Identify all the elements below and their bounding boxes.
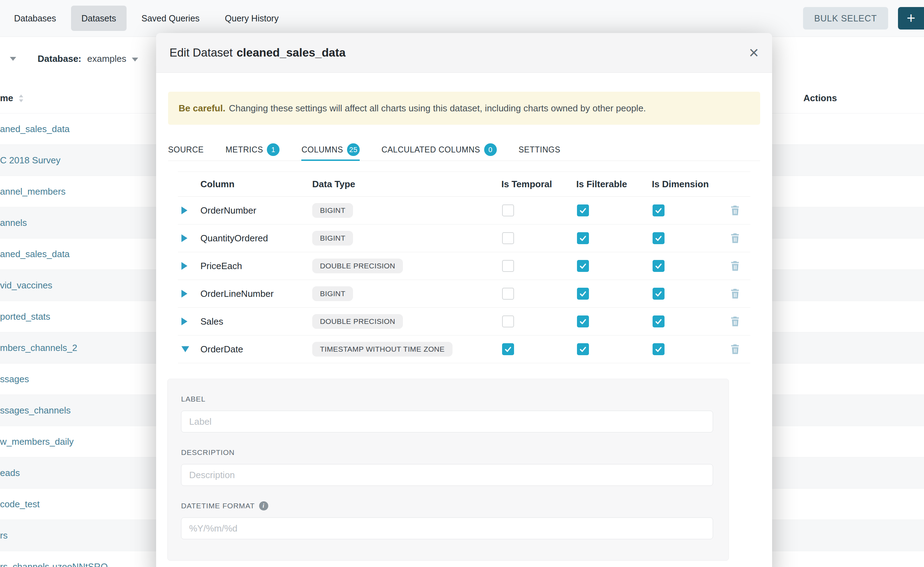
tab-metrics[interactable]: METRICS1 bbox=[226, 139, 280, 160]
warning-bold-text: Be careful. bbox=[179, 103, 226, 114]
is-dimension-checked-checkbox[interactable] bbox=[653, 288, 665, 300]
data-type-pill: BIGINT bbox=[312, 231, 353, 246]
is-filterable-checked-checkbox[interactable] bbox=[577, 343, 589, 355]
column-name: OrderNumber bbox=[200, 205, 256, 216]
expand-caret-icon[interactable] bbox=[181, 234, 187, 242]
collapse-caret-icon[interactable] bbox=[181, 346, 189, 352]
nav-item-query-history[interactable]: Query History bbox=[214, 6, 289, 31]
description-input[interactable] bbox=[181, 464, 713, 486]
nav-item-saved-queries[interactable]: Saved Queries bbox=[131, 6, 210, 31]
dataset-link[interactable]: ported_stats bbox=[0, 311, 50, 322]
tab-count-badge: 1 bbox=[267, 143, 280, 156]
is-temporal-unchecked-checkbox[interactable] bbox=[502, 288, 514, 300]
close-icon[interactable]: × bbox=[749, 44, 759, 61]
dataset-link[interactable]: C 2018 Survey bbox=[0, 155, 60, 166]
is-dimension-checked-checkbox[interactable] bbox=[653, 260, 665, 272]
expand-caret-icon[interactable] bbox=[181, 207, 187, 214]
name-column-header[interactable]: me bbox=[0, 93, 25, 104]
is-filterable-checked-checkbox[interactable] bbox=[577, 315, 589, 327]
datetime-format-input[interactable] bbox=[181, 518, 713, 539]
is-filterable-checked-checkbox[interactable] bbox=[577, 260, 589, 272]
is-dimension-checked-checkbox[interactable] bbox=[653, 315, 665, 327]
is-filterable-checked-checkbox[interactable] bbox=[577, 288, 589, 300]
tab-source[interactable]: SOURCE bbox=[168, 139, 203, 160]
nav-item-databases[interactable]: Databases bbox=[3, 6, 67, 31]
data-type-pill: DOUBLE PRECISION bbox=[312, 258, 403, 273]
delete-column-icon[interactable] bbox=[730, 205, 740, 216]
dataset-link[interactable]: aned_sales_data bbox=[0, 249, 69, 260]
dataset-link[interactable]: vid_vaccines bbox=[0, 280, 53, 291]
expand-caret-icon[interactable] bbox=[181, 290, 187, 297]
dataset-link[interactable]: ssages bbox=[0, 374, 29, 385]
is-dimension-checked-checkbox[interactable] bbox=[653, 232, 665, 244]
topnav-items: DatabasesDatasetsSaved QueriesQuery Hist… bbox=[0, 0, 293, 36]
column-row-orderlinenumber: OrderLineNumberBIGINT bbox=[178, 280, 750, 308]
topnav-right: BULK SELECT + bbox=[803, 0, 924, 36]
column-header-data-type: Data Type bbox=[312, 179, 355, 190]
delete-column-icon[interactable] bbox=[730, 260, 740, 272]
column-row-sales: SalesDOUBLE PRECISION bbox=[178, 308, 750, 336]
nav-item-datasets[interactable]: Datasets bbox=[71, 6, 127, 31]
dataset-link[interactable]: mbers_channels_2 bbox=[0, 342, 77, 353]
is-dimension-checked-checkbox[interactable] bbox=[653, 204, 665, 216]
delete-column-icon[interactable] bbox=[730, 344, 740, 355]
bulk-select-button[interactable]: BULK SELECT bbox=[803, 7, 888, 30]
dataset-link[interactable]: rs bbox=[0, 530, 8, 541]
database-filter-select[interactable]: examples bbox=[87, 53, 138, 64]
name-column-header-label: me bbox=[0, 93, 14, 104]
expand-caret-icon[interactable] bbox=[181, 262, 187, 270]
modal-title-prefix: Edit Dataset bbox=[170, 46, 233, 59]
tab-count-badge: 25 bbox=[347, 143, 360, 156]
tab-settings[interactable]: SETTINGS bbox=[519, 139, 560, 160]
dataset-link[interactable]: ssages_channels bbox=[0, 405, 71, 416]
dataset-link[interactable]: code_test bbox=[0, 499, 40, 510]
is-dimension-checked-checkbox[interactable] bbox=[653, 343, 665, 355]
dataset-link[interactable]: annels bbox=[0, 218, 27, 228]
dataset-link[interactable]: w_members_daily bbox=[0, 436, 74, 447]
column-name: OrderLineNumber bbox=[200, 288, 274, 299]
is-temporal-unchecked-checkbox[interactable] bbox=[502, 204, 514, 216]
column-name: OrderDate bbox=[200, 344, 243, 355]
delete-column-icon[interactable] bbox=[730, 232, 740, 244]
datetime-format-label-text: DATETIME FORMAT bbox=[181, 501, 255, 510]
label-field-label: LABEL bbox=[181, 394, 713, 404]
datetime-format-field-label: DATETIME FORMAT i bbox=[181, 501, 713, 510]
tab-columns[interactable]: COLUMNS25 bbox=[301, 139, 360, 160]
is-temporal-unchecked-checkbox[interactable] bbox=[502, 232, 514, 244]
tab-count-badge: 0 bbox=[484, 143, 497, 156]
dataset-link[interactable]: aned_sales_data bbox=[0, 124, 69, 135]
is-temporal-unchecked-checkbox[interactable] bbox=[502, 260, 514, 272]
data-type-pill: BIGINT bbox=[312, 203, 353, 218]
column-row-priceeach: PriceEachDOUBLE PRECISION bbox=[178, 252, 750, 280]
tab-label: METRICS bbox=[226, 145, 263, 154]
dataset-link[interactable]: rs_channels-uzooNNtSRO bbox=[0, 561, 108, 567]
expand-caret-icon[interactable] bbox=[181, 318, 187, 325]
tab-calculated-columns[interactable]: CALCULATED COLUMNS0 bbox=[381, 139, 497, 160]
columns-table-header: Column Data Type Is Temporal Is Filterab… bbox=[178, 171, 750, 197]
sort-icon[interactable] bbox=[18, 94, 25, 103]
column-header-is-temporal: Is Temporal bbox=[501, 179, 552, 190]
dataset-link[interactable]: eads bbox=[0, 468, 20, 478]
add-dataset-button[interactable]: + bbox=[898, 7, 924, 30]
delete-column-icon[interactable] bbox=[730, 288, 740, 299]
dataset-link[interactable]: annel_members bbox=[0, 186, 65, 197]
tab-label: SETTINGS bbox=[519, 145, 560, 154]
tab-label: SOURCE bbox=[168, 145, 203, 154]
delete-column-icon[interactable] bbox=[730, 316, 740, 327]
caret-down-icon[interactable] bbox=[10, 57, 16, 61]
label-input[interactable] bbox=[181, 411, 713, 432]
column-name: QuantityOrdered bbox=[200, 233, 268, 244]
data-type-pill: BIGINT bbox=[312, 286, 353, 301]
columns-table: Column Data Type Is Temporal Is Filterab… bbox=[178, 171, 750, 363]
database-filter-label: Database: bbox=[38, 53, 81, 64]
is-filterable-checked-checkbox[interactable] bbox=[577, 232, 589, 244]
edit-dataset-modal: Edit Dataset cleaned_sales_data × Be car… bbox=[156, 33, 772, 567]
description-field-label-text: DESCRIPTION bbox=[181, 448, 235, 457]
is-temporal-checked-checkbox[interactable] bbox=[502, 343, 514, 355]
info-icon[interactable]: i bbox=[259, 501, 268, 510]
modal-title-dataset-name: cleaned_sales_data bbox=[236, 46, 346, 59]
is-filterable-checked-checkbox[interactable] bbox=[577, 204, 589, 216]
is-temporal-unchecked-checkbox[interactable] bbox=[502, 315, 514, 327]
database-filter-value: examples bbox=[87, 53, 126, 64]
column-detail-panel: LABEL DESCRIPTION DATETIME FORMAT i bbox=[167, 379, 729, 561]
